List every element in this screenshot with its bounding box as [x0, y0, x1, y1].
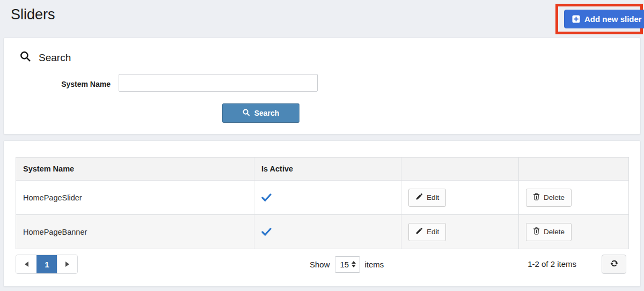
plus-square-icon	[572, 15, 580, 23]
delete-button[interactable]: Delete	[526, 189, 572, 207]
edit-button-label: Edit	[427, 228, 439, 236]
column-header-edit	[401, 158, 519, 181]
page-size-value: 15	[340, 260, 349, 269]
cell-system-name: HomePageSlider	[16, 181, 254, 215]
column-header-is-active: Is Active	[254, 158, 401, 181]
cell-is-active	[254, 181, 401, 215]
next-page-button[interactable]	[57, 255, 77, 273]
items-label: items	[365, 260, 384, 269]
search-button-label: Search	[254, 109, 280, 117]
cell-delete: Delete	[519, 215, 629, 249]
search-button-icon	[243, 109, 250, 118]
refresh-icon	[610, 259, 619, 270]
sliders-table: System Name Is Active HomePageSlider	[16, 157, 629, 249]
search-icon	[20, 51, 31, 64]
cell-edit: Edit	[401, 215, 519, 249]
trash-icon	[533, 227, 540, 236]
search-panel-title: Search	[39, 52, 71, 64]
cell-edit: Edit	[401, 181, 519, 215]
active-check-icon	[261, 193, 394, 202]
sliders-admin-page: Sliders Add new slider Search System Nam…	[0, 0, 644, 291]
search-button[interactable]: Search	[222, 103, 299, 123]
column-header-delete	[519, 158, 629, 181]
pagination-control: 1	[16, 255, 78, 274]
table-row: HomePageBanner	[16, 215, 629, 249]
add-new-slider-label: Add new slider	[584, 14, 642, 24]
table-row: HomePageSlider	[16, 181, 629, 215]
page-size-select[interactable]: 15	[335, 256, 360, 273]
edit-button-label: Edit	[427, 193, 439, 202]
active-check-icon	[261, 228, 394, 236]
add-new-slider-button[interactable]: Add new slider	[564, 10, 644, 28]
system-name-label: System Name	[4, 79, 111, 89]
page-size-group: Show 15 items	[310, 255, 384, 274]
pencil-icon	[415, 227, 423, 236]
next-page-icon	[65, 262, 69, 267]
refresh-button[interactable]	[602, 255, 626, 274]
pencil-icon	[415, 193, 423, 202]
search-panel: Search System Name Search	[3, 38, 641, 135]
cell-system-name: HomePageBanner	[16, 215, 254, 249]
show-label: Show	[310, 260, 330, 269]
items-range-text: 1-2 of 2 items	[528, 259, 576, 268]
delete-button[interactable]: Delete	[526, 223, 572, 241]
edit-button[interactable]: Edit	[408, 189, 446, 207]
sliders-table-panel: System Name Is Active HomePageSlider	[3, 140, 641, 287]
cell-delete: Delete	[519, 181, 629, 215]
annotation-highlight-box: Add new slider	[555, 4, 643, 34]
trash-icon	[533, 193, 540, 202]
select-updown-icon	[352, 261, 356, 267]
column-header-system-name: System Name	[16, 158, 254, 181]
delete-button-label: Delete	[544, 228, 565, 236]
cell-is-active	[254, 215, 401, 249]
previous-page-button[interactable]	[16, 255, 36, 273]
edit-button[interactable]: Edit	[408, 223, 446, 241]
table-header-row: System Name Is Active	[16, 158, 629, 181]
previous-page-icon	[25, 262, 28, 267]
page-number-button[interactable]: 1	[36, 255, 57, 273]
delete-button-label: Delete	[544, 193, 565, 202]
page-title: Sliders	[11, 6, 55, 23]
search-panel-header: Search	[20, 51, 71, 64]
system-name-input[interactable]	[119, 74, 318, 92]
